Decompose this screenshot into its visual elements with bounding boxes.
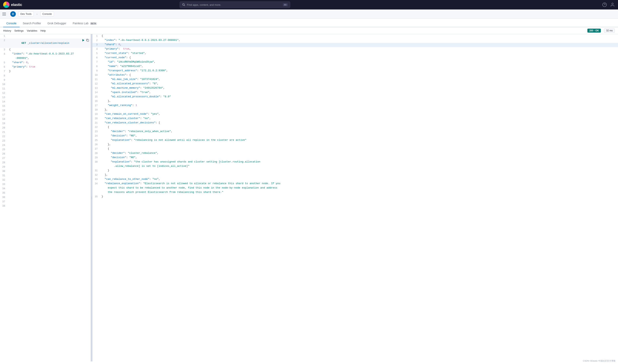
svg-point-0 xyxy=(183,3,184,5)
run-icon[interactable] xyxy=(81,39,85,42)
panel-divider[interactable]: ⋮ xyxy=(91,34,93,362)
editor-line: 9 xyxy=(0,78,91,82)
editor-line: 26 xyxy=(0,152,91,156)
response-line: 17 "weight_ranking": 1 xyxy=(93,104,618,108)
response-line: 12 "ml.allocated_processors": "8", xyxy=(93,82,618,86)
editor-line: 5 "shard": 0, xyxy=(0,61,91,65)
editor-line: 11 xyxy=(0,87,91,91)
editor-line: 25 xyxy=(0,148,91,152)
editor-line: 10 xyxy=(0,82,91,87)
response-line: 30 "explanation": "the cluster has unass… xyxy=(93,160,618,164)
right-response-panel[interactable]: 1 { 2 "index": ".ds-heartbeat-8.6.1-2023… xyxy=(93,34,618,362)
editor-line: 6 "primary": true xyxy=(0,65,91,69)
response-line: 19 "can_remain_on_current_node": "yes", xyxy=(93,112,618,117)
tab-console[interactable]: Console xyxy=(3,20,20,27)
editor-line: 17 xyxy=(0,113,91,117)
editor-line: -000001", xyxy=(0,56,91,61)
help-icon[interactable] xyxy=(602,2,607,7)
editor-line: 33 xyxy=(0,182,91,187)
response-line: 13 "ml.machine_memory": "24913526784", xyxy=(93,86,618,91)
response-line: 9 "transport_address": "172.21.0.2:9300"… xyxy=(93,69,618,73)
editor-line: 38 xyxy=(0,204,91,208)
response-line: 26 }, xyxy=(93,143,618,147)
response-line: 35 } xyxy=(93,195,618,199)
tab-search-profiler[interactable]: Search Profiler xyxy=(20,20,44,27)
response-line: 10 "attributes": { xyxy=(93,73,618,78)
svg-line-1 xyxy=(184,5,185,6)
breadcrumb-separator: › xyxy=(37,13,38,16)
response-line: 31 } xyxy=(93,169,618,173)
response-line: 22 { xyxy=(93,125,618,130)
response-line: 24 "decision": "NO", xyxy=(93,134,618,138)
user-icon[interactable] xyxy=(610,2,615,7)
hamburger-button[interactable] xyxy=(2,11,8,17)
help-button[interactable]: Help xyxy=(40,29,46,32)
editor-line: 24 xyxy=(0,143,91,148)
elastic-logo[interactable]: elastic xyxy=(3,1,22,8)
response-line: 28 "decider": "cluster_rebalance", xyxy=(93,151,618,156)
response-line: 33 "can_rebalance_to_other_node": "no", xyxy=(93,177,618,182)
response-line: the reasons which prevent Elasticsearch … xyxy=(93,191,618,195)
dev-tools-breadcrumb[interactable]: Dev Tools xyxy=(18,12,34,16)
editor-line: 8 xyxy=(0,74,91,78)
editor-line: 32 xyxy=(0,178,91,182)
elastic-logo-text: elastic xyxy=(11,3,22,7)
editor-line: 7 } xyxy=(0,69,91,74)
settings-button[interactable]: Settings xyxy=(14,29,24,32)
editor-line: 28 xyxy=(0,161,91,165)
response-line: expect this shard to be rebalanced to an… xyxy=(93,186,618,191)
response-line: 8 "name": "a21f90841ca5", xyxy=(93,65,618,69)
response-line: .allow_rebalance] is set to [indices_all… xyxy=(93,164,618,169)
copy-icon[interactable] xyxy=(86,39,89,42)
line-actions xyxy=(81,39,91,42)
editor-line: 16 xyxy=(0,109,91,113)
response-line: 16 }, xyxy=(93,99,618,104)
response-line: 4 "primary": true, xyxy=(93,47,618,52)
watermark: CSDN ©Elastic 中国社区官方博客 xyxy=(583,359,616,362)
hamburger-line-1 xyxy=(2,13,6,13)
hamburger-line-3 xyxy=(2,15,6,15)
editor-line: 21 xyxy=(0,130,91,135)
editor-line: 22 xyxy=(0,135,91,139)
console-breadcrumb: Console xyxy=(40,12,54,16)
search-shortcut: ⌘/ xyxy=(283,3,288,6)
response-line: 1 { xyxy=(93,34,618,39)
status-badge: 200 - OK xyxy=(587,29,601,33)
editor-line: 13 xyxy=(0,96,91,100)
editor-line: 20 xyxy=(0,126,91,130)
editor-line: 34 xyxy=(0,187,91,191)
search-icon xyxy=(182,3,185,6)
editor-line: 18 xyxy=(0,117,91,122)
response-line: 34 "rebalance_explanation": "Elasticsear… xyxy=(93,182,618,186)
tab-grok-debugger[interactable]: Grok Debugger xyxy=(44,20,69,27)
tab-painless-lab[interactable]: Painless Lab BETA xyxy=(69,20,100,27)
search-placeholder: Find apps, content, and more. xyxy=(187,3,221,6)
editor-line: 37 xyxy=(0,200,91,204)
avatar-badge[interactable]: D xyxy=(10,11,16,17)
left-editor-panel[interactable]: 1 2 GET _cluster/allocation/explain 3 { xyxy=(0,34,91,362)
response-line: 27 { xyxy=(93,147,618,151)
editor-line: 36 xyxy=(0,195,91,200)
svg-point-4 xyxy=(612,3,613,5)
editor-line: 31 xyxy=(0,174,91,178)
second-nav: D Dev Tools › Console xyxy=(0,10,618,19)
svg-point-2 xyxy=(603,3,606,7)
variables-button[interactable]: Variables xyxy=(27,29,37,32)
response-line: 29 "decision": "NO", xyxy=(93,156,618,160)
global-search-bar[interactable]: Find apps, content, and more. ⌘/ xyxy=(180,1,290,8)
response-line: 20 "can_rebalance_cluster": "no", xyxy=(93,117,618,121)
svg-marker-5 xyxy=(82,39,84,41)
response-line: 18 }, xyxy=(93,108,618,112)
elastic-logo-icon xyxy=(3,1,10,8)
editor-line: 4 "index": ".ds-heartbeat-8.6.1-2023.03.… xyxy=(0,52,91,56)
editor-line: 19 xyxy=(0,122,91,126)
response-line-highlighted: 3 "shard": 0, xyxy=(93,43,618,47)
editor-line: 1 xyxy=(0,34,91,39)
editor-line: 29 xyxy=(0,165,91,169)
editor-line: 3 { xyxy=(0,48,91,52)
top-nav: elastic Find apps, content, and more. ⌘/ xyxy=(0,0,618,10)
history-button[interactable]: History xyxy=(3,29,11,32)
editor-line: 15 xyxy=(0,104,91,109)
response-line: 32 ], xyxy=(93,173,618,177)
svg-rect-6 xyxy=(87,40,89,41)
